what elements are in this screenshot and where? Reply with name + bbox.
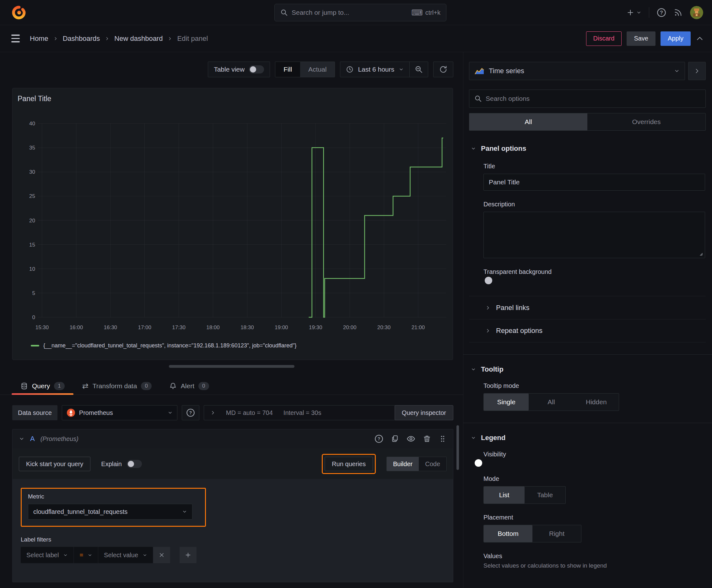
database-icon — [20, 382, 28, 390]
breadcrumb-edit-panel: Edit panel — [177, 35, 208, 43]
actual-option[interactable]: Actual — [300, 62, 335, 77]
apply-button[interactable]: Apply — [661, 31, 691, 46]
svg-text:25: 25 — [29, 193, 35, 199]
chart-legend[interactable]: {__name__="cloudflared_tunnel_total_requ… — [31, 342, 296, 349]
legend-series-label[interactable]: {__name__="cloudflared_tunnel_total_requ… — [43, 342, 296, 349]
svg-text:?: ? — [660, 10, 663, 15]
breadcrumb-home[interactable]: Home — [30, 35, 48, 43]
query-section-scrollbar[interactable] — [456, 425, 459, 470]
explain-toggle[interactable] — [127, 460, 142, 468]
metric-highlight-box: Metric cloudflared_tunnel_total_requests — [21, 488, 206, 527]
breadcrumb-dashboards[interactable]: Dashboards — [63, 35, 100, 43]
breadcrumb-new-dashboard[interactable]: New dashboard — [114, 35, 163, 43]
panel-links-section[interactable]: Panel links — [469, 296, 706, 319]
add-filter-button[interactable] — [179, 547, 196, 563]
tooltip-hidden-option[interactable]: Hidden — [574, 394, 619, 411]
visibility-label: Visibility — [469, 451, 706, 458]
zoom-out-button[interactable] — [409, 62, 428, 77]
remove-filter-button[interactable] — [153, 547, 170, 563]
tooltip-mode-label: Tooltip mode — [469, 382, 706, 390]
tooltip-all-option[interactable]: All — [528, 394, 574, 411]
datasource-help-button[interactable]: ? — [182, 405, 199, 420]
chevron-right-icon — [694, 68, 700, 74]
collapse-options-button[interactable] — [688, 62, 706, 80]
tooltip-header[interactable]: Tooltip — [469, 365, 706, 374]
time-range-picker[interactable]: Last 6 hours — [340, 62, 409, 77]
duplicate-query-icon[interactable] — [391, 435, 399, 443]
options-search[interactable] — [469, 89, 706, 108]
legend-values-helper: Select values or calculations to show in… — [469, 562, 706, 569]
options-search-input[interactable] — [486, 95, 700, 102]
query-editor-card: A (Prometheus) ? Kick start your query E… — [12, 429, 453, 582]
table-view-toggle[interactable] — [249, 65, 264, 74]
placement-bottom-option[interactable]: Bottom — [484, 525, 533, 542]
datasource-label: Data source — [12, 405, 58, 420]
tab-overrides[interactable]: Overrides — [587, 113, 706, 130]
mode-list-option[interactable]: List — [484, 486, 524, 504]
query-inspector-button[interactable]: Query inspector — [395, 405, 453, 420]
delete-query-icon[interactable] — [423, 435, 431, 443]
add-new-button[interactable] — [626, 8, 641, 17]
panel-title: Panel Title — [18, 94, 51, 103]
builder-option[interactable]: Builder — [387, 457, 419, 471]
placement-right-option[interactable]: Right — [533, 525, 581, 542]
time-range-label: Last 6 hours — [358, 66, 394, 73]
legend-header[interactable]: Legend — [469, 434, 706, 442]
tab-query[interactable]: Query 1 — [12, 377, 73, 395]
resize-handle-icon[interactable] — [698, 251, 703, 256]
svg-text:18:30: 18:30 — [240, 324, 254, 331]
select-value-dropdown[interactable]: Select value — [98, 547, 153, 563]
tooltip-single-option[interactable]: Single — [484, 394, 528, 411]
panel-title-input[interactable] — [483, 174, 705, 191]
menu-toggle-icon[interactable] — [11, 35, 20, 42]
panel-options-header[interactable]: Panel options — [469, 145, 706, 153]
chevron-down-icon[interactable] — [19, 436, 24, 442]
mode-table-option[interactable]: Table — [524, 486, 565, 504]
metric-label: Metric — [28, 493, 192, 500]
clock-icon — [346, 66, 353, 73]
query-options-summary[interactable]: MD = auto = 704 Interval = 30s — [204, 405, 418, 420]
collapse-up-icon[interactable] — [696, 35, 704, 43]
query-help-icon[interactable]: ? — [374, 435, 383, 443]
legend-placement-group: Bottom Right — [483, 525, 581, 543]
toggle-visibility-icon[interactable] — [407, 435, 415, 443]
resize-drag-handle[interactable] — [169, 365, 295, 368]
legend-title: Legend — [481, 434, 505, 442]
repeat-options-section[interactable]: Repeat options — [469, 319, 706, 342]
discard-button[interactable]: Discard — [586, 31, 622, 46]
visualization-picker[interactable]: Time series — [469, 62, 685, 80]
tab-transform-data[interactable]: ⇄ Transform data 0 — [73, 377, 160, 395]
datasource-picker[interactable]: Prometheus — [62, 405, 177, 420]
help-button[interactable]: ? — [657, 8, 666, 17]
news-feed-icon[interactable] — [674, 8, 683, 17]
user-avatar[interactable] — [690, 6, 703, 19]
chart-panel[interactable]: Panel Title 051015202530354015:3016:0016… — [12, 88, 453, 360]
description-textarea[interactable] — [483, 212, 705, 258]
chevron-down-icon — [399, 67, 404, 72]
tab-alert[interactable]: Alert 0 — [160, 377, 218, 395]
global-search[interactable]: ⌨ ctrl+k — [274, 4, 447, 21]
query-row-header[interactable]: A (Prometheus) ? — [13, 429, 453, 448]
tab-all-options[interactable]: All — [469, 113, 587, 130]
kick-start-query-button[interactable]: Kick start your query — [19, 457, 90, 471]
select-label-dropdown[interactable]: Select label — [21, 547, 74, 563]
svg-text:20:00: 20:00 — [343, 324, 357, 331]
operator-value: = — [80, 551, 83, 559]
chevron-down-icon — [168, 410, 173, 415]
svg-text:20:30: 20:30 — [377, 324, 391, 331]
run-queries-button[interactable]: Run queries — [325, 457, 373, 471]
search-input[interactable] — [292, 9, 408, 16]
code-option[interactable]: Code — [419, 457, 447, 471]
grafana-logo[interactable] — [11, 5, 26, 20]
fill-option[interactable]: Fill — [275, 62, 300, 77]
svg-text:5: 5 — [33, 290, 35, 296]
drag-grip-icon[interactable] — [438, 435, 447, 443]
refresh-button[interactable] — [433, 62, 453, 77]
legend-placement-label: Placement — [469, 514, 706, 521]
operator-dropdown[interactable]: = — [74, 547, 98, 563]
time-series-chart[interactable]: 051015202530354015:3016:0016:3017:0017:3… — [13, 110, 453, 333]
title-field-label: Title — [469, 163, 706, 170]
metric-select[interactable]: cloudflared_tunnel_total_requests — [28, 504, 192, 520]
save-button[interactable]: Save — [627, 31, 655, 46]
interval-value: Interval = 30s — [283, 409, 322, 417]
